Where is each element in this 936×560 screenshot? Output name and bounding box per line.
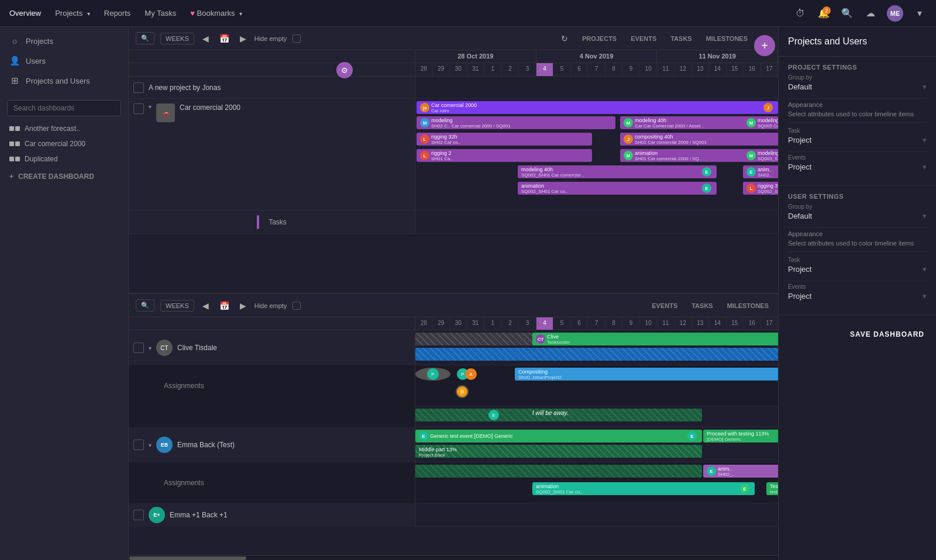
rp-user-group-by-value[interactable]: Default ▾ [788,212,927,220]
tasks-indicator [257,215,259,229]
tab-projects[interactable]: PROJECTS [580,34,619,43]
refresh-btn[interactable]: ↻ [559,33,570,44]
assignments-text-emma: Assignments [164,479,204,487]
row-chevron[interactable]: ▾ [149,345,152,351]
timeline-bar-anim[interactable]: E anim.. SH02_.. [703,465,778,478]
striped-bar-blue[interactable] [415,348,778,361]
settings-float-btn[interactable]: ⚙ [336,62,353,78]
timeline-bar[interactable]: L rigging 3 SQ002_S.. [743,182,778,195]
nav-reports[interactable]: Reports [104,9,131,18]
sidebar-item-projects-users[interactable]: ⊞ Projects and Users [0,71,128,91]
scroll-thumb[interactable] [129,556,246,560]
zoom-icon-2[interactable]: 🔍 [136,299,154,312]
day-13: 13 [692,63,710,76]
bd-13: 13 [692,317,710,330]
bd-31: 31 [467,317,485,330]
timeline-bar[interactable]: M modeling 40h SQ005 Car comercial 2000 [743,116,778,129]
prev-btn[interactable]: ◀ [200,33,211,44]
search-icon[interactable]: 🔍 [840,6,854,20]
row-chevron[interactable]: ▾ [149,103,152,110]
mini-avatar-3: A [465,368,477,380]
tab-milestones[interactable]: MILESTONES [704,34,750,43]
dashboard-duplicated[interactable]: Duplicated [0,151,128,167]
dashboard-car-comercial[interactable]: Car comercial 2000 [0,136,128,151]
row-checkbox[interactable] [133,343,144,353]
tab-tasks-2[interactable]: TASKS [689,301,715,310]
rp-user-task-label: Task [788,257,927,263]
row-chevron-emma[interactable]: ▾ [149,442,152,448]
row-checkbox-emma[interactable] [133,440,144,450]
calendar-btn-2[interactable]: 📅 [217,300,232,312]
tab-tasks[interactable]: TASKS [668,34,694,43]
timeline-bar-compositing[interactable]: Compositing Shot1 JohanProject2 JO [515,368,778,381]
date-months-row: 28 Oct 2019 4 Nov 2019 11 Nov 2019 [129,50,778,63]
rp-user-appearance-sub: Select attributes used to color timeline… [788,240,927,247]
avatar-bar[interactable]: P [415,368,450,381]
avatar-bar-gold[interactable]: B [450,385,474,398]
row-checkbox[interactable] [133,82,144,93]
nav-projects[interactable]: Projects ▾ [55,9,90,18]
timeline-bar[interactable]: animation SQ002_SH01 Car co.. E [518,182,717,195]
user-caret-icon[interactable]: ▾ [913,6,927,20]
row-checkbox-emma-plus[interactable] [133,510,144,520]
nav-overview[interactable]: Overview [9,9,41,18]
weeks-btn-2[interactable]: WEEKS [160,300,194,312]
avatar-bar-2[interactable]: P A [455,368,479,381]
create-dashboard-btn[interactable]: + CREATE DASHBOARD [0,167,128,186]
next-btn[interactable]: ▶ [238,33,249,44]
nav-bookmarks[interactable]: ♥ Bookmarks ▾ [190,9,242,18]
weeks-btn[interactable]: WEEKS [160,33,194,44]
rp-user-events-value[interactable]: Project ▾ [788,292,927,300]
rp-user-task-value[interactable]: Project ▾ [788,265,927,274]
notification-icon[interactable]: 🔔 2 [817,6,831,20]
bar-content: Clive Tasksorder [547,334,570,345]
sidebar-item-users[interactable]: 👤 Users [0,51,128,71]
calendar-btn[interactable]: 📅 [217,33,232,44]
bd-4: 4 [536,317,554,330]
timeline-bar-test[interactable]: Test this task 4h test10 [766,482,778,495]
timeline-bar-clive[interactable]: CT Clive Tasksorder CT [532,333,778,345]
sidebar-item-projects[interactable]: ○ Projects [0,32,128,51]
hide-empty-checkbox-2[interactable] [292,302,301,310]
emma-assign-striped[interactable] [415,465,702,478]
dashboard-another-forecast[interactable]: Another forecast.. [0,121,128,136]
bar-content: Generic test event [DEMO] Generic [430,433,513,439]
timeline-bar-emma-proceed[interactable]: Proceed with testing 113% [DEMO] Generic [703,430,778,443]
timeline-bar[interactable]: L rigging 32h SH02 Car co.. [417,133,592,146]
timeline-bar[interactable]: modeling 40h SQ002_SH01 Car comercial ..… [518,165,717,178]
next-btn-2[interactable]: ▶ [238,300,249,312]
zoom-icon[interactable]: 🔍 [136,32,154,44]
bar-sublabel: SQ002_SH01 Car co.. [521,189,568,194]
day-15: 15 [727,63,744,76]
rp-events-value[interactable]: Project ▾ [788,163,927,171]
timeline-bar-animation[interactable]: animation SQ002_SH01 Car co.. E [532,482,755,495]
timeline-bar[interactable]: M modeling 40h SQ003_SH01 Car co.. [743,149,778,162]
rp-user-events-label: Events [788,284,927,290]
add-row-btn[interactable]: + [754,35,775,56]
timeline-bar[interactable]: L rigging 2 SH01 Ca.. [417,149,592,162]
timeline-bar[interactable]: J compositing 40h SH01 Car comercial 200… [620,133,778,146]
timeline-bar-emma-event[interactable]: E Generic test event [DEMO] Generic E [415,430,702,443]
timeline-bar[interactable]: ja Car comercial 2000 Car intro J [417,101,778,114]
tab-events[interactable]: EVENTS [628,34,659,43]
timeline-bar[interactable]: M modeling SH02 C.. Car comercial 2000 /… [417,116,615,129]
clock-icon[interactable]: ⏱ [793,6,807,20]
rp-group-by-value[interactable]: Default ▾ [788,82,927,91]
nav-my-tasks[interactable]: My Tasks [144,9,176,18]
tab-events-2[interactable]: EVENTS [649,301,680,310]
cloud-icon[interactable]: ☁ [863,6,878,20]
middle-part-bar[interactable] [415,445,702,458]
search-input[interactable] [7,100,121,116]
user-avatar[interactable]: ME [887,5,903,22]
save-dashboard-btn[interactable]: SAVE DASHBOARD [850,330,924,338]
rp-task-value[interactable]: Project ▾ [788,136,927,144]
timeline-container: ⚙ + 🔍 WEEKS ◀ 📅 ▶ Hide empty ↻ PROJECTS [129,27,778,560]
row-checkbox[interactable] [133,103,144,114]
middle-part-sub: Project Back [419,452,445,458]
timeline-bar[interactable]: E anim.. SH02.. [743,165,778,178]
end-avatar: E [740,484,749,493]
prev-btn-2[interactable]: ◀ [200,300,211,312]
hide-empty-checkbox[interactable] [292,34,301,43]
tab-milestones-2[interactable]: MILESTONES [725,301,771,310]
top-timeline-section: 🔍 WEEKS ◀ 📅 ▶ Hide empty ↻ PROJECTS EVEN… [129,27,778,294]
